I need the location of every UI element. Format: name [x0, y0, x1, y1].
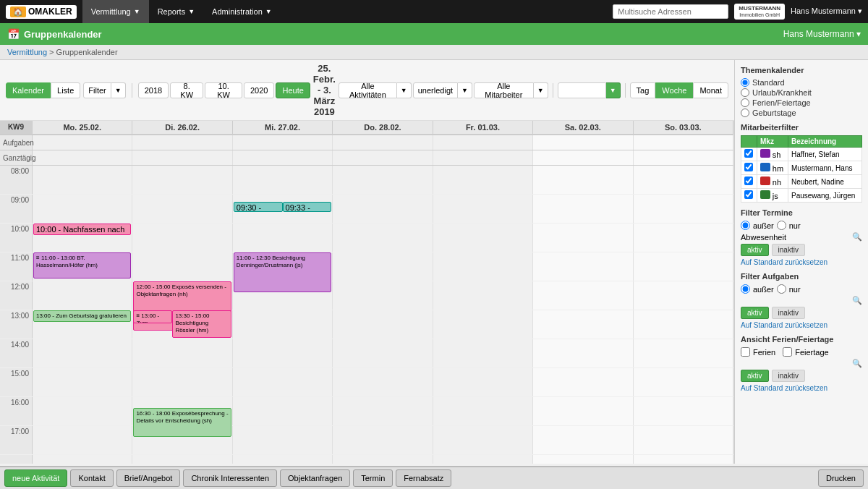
cell-14-do[interactable] — [333, 339, 433, 367]
aufgaben-do[interactable] — [333, 135, 433, 150]
event-nachfassen-1[interactable]: 09:30 - Nachfassen — [234, 202, 283, 212]
event-hasselmann[interactable]: ≡ 11:00 - 13:00 BT. Hasselmann/Höfer (hm… — [33, 252, 131, 278]
view-liste-btn[interactable]: Liste — [51, 82, 80, 98]
cell-14-so[interactable] — [634, 339, 733, 367]
ferien-inaktiv-btn[interactable]: inaktiv — [772, 370, 805, 382]
cell-10-di[interactable] — [132, 224, 232, 252]
cell-13-so[interactable] — [634, 310, 733, 339]
thema-geburtstage-radio[interactable] — [741, 109, 749, 117]
cell-14-mo[interactable] — [33, 339, 132, 367]
cell-09-di[interactable] — [132, 195, 232, 223]
aufgaben-mo[interactable] — [33, 135, 132, 150]
cell-13-sa[interactable] — [533, 310, 633, 339]
cell-17-fr[interactable] — [433, 426, 533, 454]
cell-13-fr[interactable] — [433, 310, 533, 339]
cell-09-mo[interactable] — [33, 195, 132, 223]
kw2020-btn[interactable]: 2020 — [244, 82, 274, 98]
multisuche-input[interactable] — [613, 4, 728, 19]
cell-09-mi[interactable]: 09:30 - Nachfassen 09:33 - Nachfassen — [233, 195, 333, 223]
cell-17-mo[interactable] — [33, 426, 132, 454]
cell-08-mo[interactable] — [33, 166, 132, 194]
cell-16-mi[interactable] — [233, 397, 333, 425]
abwesenheit-inaktiv-btn[interactable]: inaktiv — [772, 244, 805, 256]
nav-vermittlung[interactable]: Vermittlung ▼ — [82, 0, 149, 23]
aufgaben-mi[interactable] — [233, 135, 333, 150]
ma-checkbox-sh[interactable] — [744, 149, 753, 158]
termine-nur-radio[interactable] — [777, 221, 786, 230]
cell-11-fr[interactable] — [433, 252, 533, 281]
cell-10-mi[interactable] — [233, 224, 333, 252]
nav-administration[interactable]: Administration ▼ — [203, 0, 281, 23]
cell-10-fr[interactable] — [433, 224, 533, 252]
unerledigt-arrow[interactable]: ▼ — [458, 82, 472, 98]
cell-12-sa[interactable] — [533, 281, 633, 310]
year-btn[interactable]: 2018 — [138, 82, 169, 98]
cell-09-fr[interactable] — [433, 195, 533, 223]
filter-dropdown-btn[interactable]: ▼ — [111, 82, 126, 98]
aufgaben-sa[interactable] — [533, 135, 633, 150]
filter-btn[interactable]: Filter — [83, 82, 111, 98]
cell-08-do[interactable] — [333, 166, 433, 194]
cell-16-do[interactable] — [333, 397, 433, 425]
ferien-aktiv-btn[interactable]: aktiv — [741, 370, 769, 382]
cell-11-mi[interactable]: 11:00 - 12:30 Besichtigung Denninger/Dru… — [233, 252, 333, 281]
aufgaben-search-icon[interactable]: 🔍 — [852, 296, 862, 305]
view-tag-btn[interactable]: Tag — [630, 82, 656, 98]
thema-urlaub-radio[interactable] — [741, 88, 749, 97]
cell-11-di[interactable] — [132, 252, 232, 281]
ma-checkbox-js[interactable] — [744, 190, 753, 199]
cell-17-do[interactable] — [333, 426, 433, 454]
aufgaben-di[interactable] — [132, 135, 232, 150]
mitarbeiter-arrow[interactable]: ▼ — [534, 82, 548, 98]
cell-10-mo[interactable]: 10:00 - Nachfassen nach Angebot (hm) — [33, 224, 132, 252]
filter-termine-reset[interactable]: Auf Standard zurücksetzen — [741, 258, 862, 266]
termine-ausser-radio[interactable] — [741, 221, 750, 230]
cell-14-mi[interactable] — [233, 339, 333, 367]
aufgaben-so[interactable] — [634, 135, 733, 150]
cell-12-do[interactable] — [333, 281, 433, 310]
abwesenheit-aktiv-btn[interactable]: aktiv — [741, 244, 769, 256]
heute-btn[interactable]: Heute — [276, 82, 310, 98]
cell-09-so[interactable] — [634, 195, 733, 223]
cell-08-fr[interactable] — [433, 166, 533, 194]
cell-12-di[interactable]: 12:00 - 15:00 Exposés versenden - Objekt… — [132, 281, 232, 310]
event-denninger[interactable]: 11:00 - 12:30 Besichtigung Denninger/Dru… — [234, 252, 331, 292]
user-name[interactable]: Hans Mustermann ▾ — [791, 7, 862, 16]
event-besichtigung-di2[interactable]: ≡ 13:00 - Zum Geburtstag gratulieren — [133, 310, 172, 323]
cell-12-so[interactable] — [634, 281, 733, 310]
event-nachfassen-angebot[interactable]: 10:00 - Nachfassen nach Angebot (hm) — [33, 224, 131, 235]
cell-11-so[interactable] — [634, 252, 733, 281]
aufgaben-nur-radio[interactable] — [777, 284, 786, 294]
aufgaben-aktiv-btn[interactable]: aktiv — [741, 307, 769, 319]
breadcrumb-parent[interactable]: Vermittlung — [7, 48, 47, 56]
ganztaegig-di[interactable] — [132, 150, 232, 165]
cell-14-fr[interactable] — [433, 339, 533, 367]
cell-10-do[interactable] — [333, 224, 433, 252]
cell-08-sa[interactable] — [533, 166, 633, 194]
ferien-checkbox[interactable] — [741, 347, 750, 357]
cell-11-mo[interactable]: ≡ 11:00 - 13:00 BT. Hasselmann/Höfer (hm… — [33, 252, 132, 281]
feiertage-checkbox[interactable] — [783, 347, 792, 357]
cell-15-fr[interactable] — [433, 368, 533, 396]
cell-17-mi[interactable] — [233, 426, 333, 454]
event-nachfassen-2[interactable]: 09:33 - Nachfassen — [283, 202, 332, 212]
ganztaegig-fr[interactable] — [433, 150, 533, 165]
view-monat-btn[interactable]: Monat — [693, 82, 728, 98]
unerledigt-btn[interactable]: unerledigt — [413, 82, 458, 98]
cell-14-di[interactable] — [132, 339, 232, 367]
logo[interactable]: 🏠 OMAKLER — [6, 5, 77, 19]
mitarbeiter-btn[interactable]: Alle Mitarbeiter — [474, 82, 534, 98]
ganztaegig-so[interactable] — [634, 150, 733, 165]
cell-13-mi[interactable] — [233, 310, 333, 339]
ma-checkbox-hm[interactable] — [744, 163, 753, 171]
filter-aufgaben-reset[interactable]: Auf Standard zurücksetzen — [741, 321, 862, 329]
thema-ferien-radio[interactable] — [741, 98, 749, 107]
ganztaegig-mo[interactable] — [33, 150, 132, 165]
cell-16-fr[interactable] — [433, 397, 533, 425]
aufgaben-fr[interactable] — [433, 135, 533, 150]
cell-17-sa[interactable] — [533, 426, 633, 454]
cell-13-do[interactable] — [333, 310, 433, 339]
event-besichtigung-di[interactable]: 13:30 - 15:00 Besichtigung Rössler (hm) — [172, 310, 231, 338]
event-geburtstag[interactable]: 13:00 - Zum Geburtstag gratulieren - per… — [33, 310, 131, 322]
ferien-reset[interactable]: Auf Standard zurücksetzen — [741, 384, 862, 392]
